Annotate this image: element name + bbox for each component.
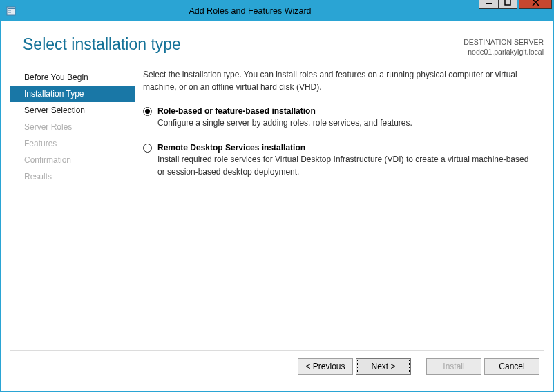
app-icon [1,6,21,17]
option-role-based-desc: Configure a single server by adding role… [157,117,538,129]
maximize-button[interactable] [498,0,517,9]
nav-confirmation: Confirmation [10,152,135,168]
destination-server-value: node01.parlakyigit.local [464,48,544,57]
svg-rect-5 [505,0,510,5]
svg-rect-3 [8,12,11,13]
window-controls [479,0,552,10]
svg-rect-2 [8,10,11,11]
option-rds-label: Remote Desktop Services installation [157,142,538,154]
option-rds-desc: Install required role services for Virtu… [157,154,538,178]
svg-rect-4 [486,3,492,4]
wizard-nav: Before You Begin Installation Type Serve… [10,66,135,350]
destination-server-box: DESTINATION SERVER node01.parlakyigit.lo… [464,35,544,57]
wizard-footer: < Previous Next > Install Cancel [10,350,544,382]
option-role-based-label: Role-based or feature-based installation [157,106,538,117]
nav-features: Features [10,135,135,152]
intro-text: Select the installation type. You can in… [143,69,538,93]
nav-results: Results [10,168,135,185]
wizard-window: Add Roles and Features Wizard Select ins… [0,0,554,392]
cancel-button[interactable]: Cancel [484,358,539,375]
radio-rds[interactable] [143,144,152,153]
title-bar: Add Roles and Features Wizard [1,1,553,21]
wizard-content: Select the installation type. You can in… [135,66,544,350]
wizard-body: Select installation type DESTINATION SER… [1,21,553,391]
nav-server-selection[interactable]: Server Selection [10,102,135,119]
close-button[interactable] [519,0,552,9]
nav-server-roles: Server Roles [10,119,135,135]
svg-rect-1 [8,8,15,9]
option-role-based[interactable]: Role-based or feature-based installation… [143,106,538,130]
window-title: Add Roles and Features Wizard [21,6,479,16]
page-title: Select installation type [23,35,181,54]
previous-button[interactable]: < Previous [298,358,353,375]
next-button[interactable]: Next > [356,358,411,375]
option-rds[interactable]: Remote Desktop Services installation Ins… [143,142,538,178]
destination-server-label: DESTINATION SERVER [464,38,544,48]
install-button: Install [426,358,481,375]
nav-before-you-begin[interactable]: Before You Begin [10,69,135,86]
minimize-button[interactable] [479,0,498,9]
radio-role-based[interactable] [143,107,152,116]
nav-installation-type[interactable]: Installation Type [10,86,135,102]
